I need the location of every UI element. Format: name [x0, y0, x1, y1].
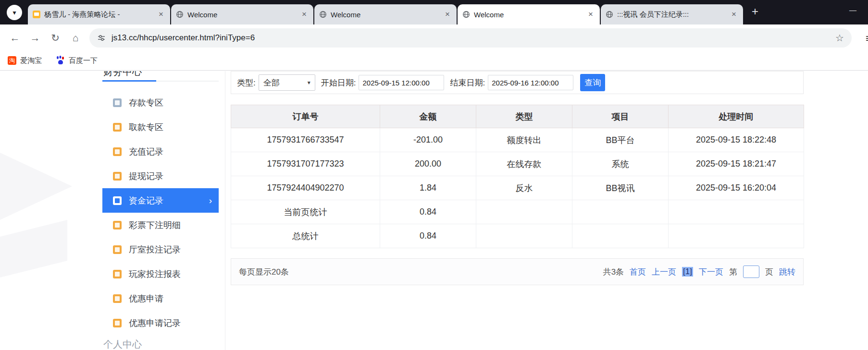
close-icon[interactable]: × — [730, 10, 738, 19]
bookmark-label: 爱淘宝 — [20, 56, 42, 65]
cell-label: 当前页统计 — [231, 200, 380, 224]
cell-type: 额度转出 — [476, 128, 572, 152]
search-button[interactable]: 查询 — [580, 74, 605, 91]
sidebar-item-label: 存款专区 — [129, 97, 163, 109]
sidebar-item-funds-record[interactable]: 资金记录 › — [102, 188, 219, 213]
minimize-icon[interactable]: — — [849, 6, 856, 14]
globe-favicon-icon — [176, 11, 184, 18]
room-bets-icon — [113, 245, 122, 254]
promo-apply-icon — [113, 294, 122, 303]
total-count-text: 共3条 — [603, 266, 624, 278]
end-date-input[interactable] — [488, 75, 573, 90]
page-number-input[interactable] — [743, 266, 759, 278]
bookmark-taobao[interactable]: 淘 爱淘宝 — [8, 56, 42, 65]
section-heading: 财务中心 — [103, 71, 142, 78]
start-date-label: 开始日期: — [321, 77, 356, 88]
tab-title: Welcome — [187, 11, 296, 19]
site-settings-icon[interactable] — [97, 34, 106, 42]
cell-order-id: 1757931707177323 — [231, 152, 380, 176]
next-page-link[interactable]: 下一页 — [699, 266, 723, 278]
sidebar-menu: 存款专区 取款专区 充值记录 提现记录 资金记录 › 彩票下注明细 — [102, 90, 219, 335]
browser-tab[interactable]: Welcome × — [171, 4, 313, 24]
address-bar[interactable]: js13.cc/hhcp/usercenter.html?iniType=6 ☆ — [89, 28, 852, 48]
sidebar-item-promo-apply[interactable]: 优惠申请 — [102, 286, 219, 311]
table-row-grand-total: 总统计 0.84 — [231, 224, 804, 248]
cell-empty — [669, 200, 804, 224]
main-panel: 类型: 全部 ▾ 开始日期: 结束日期: 查询 订单号 金额 类型 项目 — [231, 71, 804, 285]
tab-search-button[interactable]: ▾ — [7, 5, 22, 20]
table-row: 1757931766733547 -201.00 额度转出 BB平台 2025-… — [231, 128, 804, 152]
first-page-link[interactable]: 首页 — [630, 266, 646, 278]
close-icon[interactable]: × — [443, 10, 452, 19]
tab-title: Welcome — [474, 11, 583, 19]
active-section-underline — [102, 80, 156, 82]
bookmark-baidu[interactable]: 百度一下 — [56, 56, 98, 65]
current-page-indicator: [1] — [682, 267, 693, 277]
browser-tab-active[interactable]: Welcome × — [458, 4, 600, 24]
forward-icon[interactable]: → — [25, 28, 45, 48]
reload-icon[interactable]: ↻ — [45, 28, 65, 48]
bookmark-star-icon[interactable]: ☆ — [835, 32, 844, 44]
cell-project: BB平台 — [572, 128, 669, 152]
sidebar-item-label: 优惠申请 — [129, 293, 163, 304]
forum-favicon-icon — [33, 11, 40, 18]
cell-amount: 0.84 — [380, 200, 476, 224]
sidebar: 财务中心 存款专区 取款专区 充值记录 提现记录 资金记录 — [102, 71, 219, 350]
browser-tab[interactable]: 杨雪儿 - 海燕策略论坛 - × — [28, 4, 170, 24]
sidebar-section-finance: 财务中心 — [102, 71, 219, 83]
sidebar-item-cashout-record[interactable]: 提现记录 — [102, 164, 219, 188]
sidebar-item-lottery-bets[interactable]: 彩票下注明细 — [102, 213, 219, 237]
tab-strip: ▾ 杨雪儿 - 海燕策略论坛 - × Welcome × Welcome × W… — [0, 0, 868, 24]
sidebar-item-label: 优惠申请记录 — [129, 317, 181, 329]
chevron-down-icon: ▾ — [12, 9, 16, 16]
type-select[interactable]: 全部 ▾ — [259, 74, 315, 91]
back-icon[interactable]: ← — [5, 28, 25, 48]
header-order-id: 订单号 — [231, 105, 380, 128]
sidebar-item-label: 厅室投注记录 — [129, 244, 181, 255]
sidebar-item-label: 取款专区 — [129, 121, 163, 133]
new-tab-button[interactable]: + — [752, 6, 758, 17]
tab-title: 杨雪儿 - 海燕策略论坛 - — [44, 10, 153, 19]
sidebar-item-player-report[interactable]: 玩家投注报表 — [102, 262, 219, 286]
close-icon[interactable]: × — [300, 10, 309, 19]
page-content: 财务中心 存款专区 取款专区 充值记录 提现记录 资金记录 — [0, 71, 868, 350]
cell-order-id: 1757924404902270 — [231, 176, 380, 200]
sidebar-item-promo-record[interactable]: 优惠申请记录 — [102, 311, 219, 335]
cell-project: 系统 — [572, 152, 669, 176]
sidebar-item-recharge-record[interactable]: 充值记录 — [102, 139, 219, 164]
close-icon[interactable]: × — [586, 10, 595, 19]
player-report-icon — [113, 270, 122, 278]
browser-tab[interactable]: :::视讯 会员下注纪录::: × — [601, 4, 743, 24]
cell-empty — [572, 200, 669, 224]
header-time: 处理时间 — [669, 105, 804, 128]
sidebar-item-withdraw[interactable]: 取款专区 — [102, 115, 219, 139]
sidebar-item-room-bets[interactable]: 厅室投注记录 — [102, 237, 219, 262]
cell-amount: 200.00 — [380, 152, 476, 176]
tab-title: Welcome — [331, 11, 439, 19]
start-date-input[interactable] — [359, 75, 444, 90]
cashout-record-icon — [113, 172, 122, 181]
cell-empty — [669, 224, 804, 248]
close-icon[interactable]: × — [157, 10, 165, 19]
browser-toolbar: ← → ↻ ⌂ js13.cc/hhcp/usercenter.html?ini… — [0, 24, 868, 51]
browser-tab[interactable]: Welcome × — [314, 4, 457, 24]
page-size-text: 每页显示20条 — [239, 266, 289, 278]
type-select-value: 全部 — [263, 77, 280, 88]
type-label: 类型: — [237, 77, 256, 88]
prev-page-link[interactable]: 上一页 — [652, 266, 676, 278]
baidu-favicon-icon — [56, 56, 65, 65]
pagination-bar: 每页显示20条 共3条 首页 上一页 [1] 下一页 第 页 跳转 — [231, 258, 804, 285]
jump-action-link[interactable]: 跳转 — [779, 266, 795, 278]
column-divider — [225, 71, 225, 350]
cell-label: 总统计 — [231, 224, 380, 248]
cell-type: 反水 — [476, 176, 572, 200]
sidebar-item-deposit[interactable]: 存款专区 — [102, 90, 219, 115]
table-header-row: 订单号 金额 类型 项目 处理时间 — [231, 105, 804, 128]
cell-time: 2025-09-15 18:21:47 — [669, 152, 804, 176]
cell-time: 2025-09-15 18:22:48 — [669, 128, 804, 152]
home-icon[interactable]: ⌂ — [65, 28, 86, 48]
lottery-bets-icon — [113, 221, 122, 229]
jump-suffix-text: 页 — [765, 266, 773, 278]
withdraw-icon — [113, 123, 122, 132]
browser-menu-icon[interactable]: ≡ — [866, 32, 868, 45]
